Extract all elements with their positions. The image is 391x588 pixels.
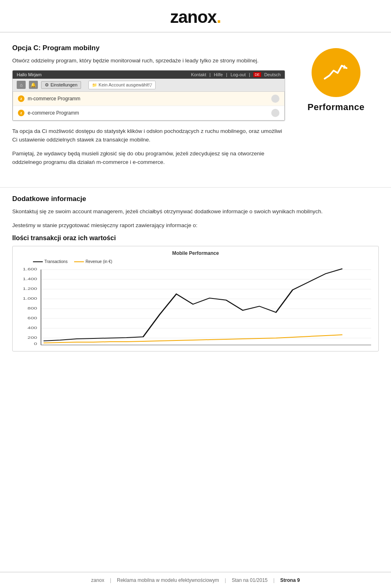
performance-circle xyxy=(312,48,360,97)
svg-text:1.200: 1.200 xyxy=(23,287,37,291)
chart-svg: 1.600 1.400 1.200 1.000 800 600 400 200 … xyxy=(17,265,374,347)
dropdown-label-mcommerce: m-commerce Programm xyxy=(28,96,80,102)
svg-text:Feb: Feb xyxy=(56,346,65,347)
performance-badge: Performance xyxy=(308,48,365,113)
settings-label: Einstellungen xyxy=(51,82,77,87)
person-icon-1 xyxy=(271,95,279,103)
svg-text:Jan: Jan xyxy=(239,346,247,347)
additional-info-section: Dodatkowe informacje Skontaktuj się ze s… xyxy=(0,195,391,230)
chart-section: Ilości transakcji oraz ich wartości Mobi… xyxy=(0,234,391,360)
page-footer: zanox | Reklama mobilna w modelu efektyw… xyxy=(0,572,391,588)
chart-container: Mobile Performance Transactions Revenue … xyxy=(12,246,379,351)
chart-title: Mobile Performance xyxy=(17,250,374,256)
footer-text2: Stan na 01/2015 xyxy=(232,577,268,583)
svg-text:Mrz: Mrz xyxy=(72,346,81,347)
ui-toolbar: ⌂ 🔔 ⚙ Einstellungen 📁 Kein Account ausge… xyxy=(13,79,285,92)
footer-page: Strona 9 xyxy=(280,577,300,583)
home-icon[interactable]: ⌂ xyxy=(17,81,26,89)
section-c-heading: Opcja C: Program mobilny xyxy=(12,44,285,52)
account-dropdown[interactable]: 📁 Kein Account ausgewählt ▽ xyxy=(88,81,156,89)
svg-text:Jun: Jun xyxy=(322,346,330,347)
logo-text: zanox xyxy=(170,7,217,27)
person-icon-2 xyxy=(271,109,279,117)
svg-text:600: 600 xyxy=(28,316,37,321)
additional-info-desc1: Skontaktuj się ze swoim account managere… xyxy=(12,207,379,216)
section-c-desc2: Pamiętaj, że wydawcy będą musieli zgłosi… xyxy=(12,149,285,167)
page-header: zanox. xyxy=(0,0,391,33)
performance-label: Performance xyxy=(308,102,365,113)
additional-info-heading: Dodatkowe informacje xyxy=(12,195,379,203)
dropdown-item-mcommerce[interactable]: z m-commerce Programm xyxy=(13,92,284,106)
svg-text:Apr: Apr xyxy=(89,346,97,347)
right-column: Performance xyxy=(293,44,379,172)
svg-text:Mai: Mai xyxy=(305,346,313,347)
svg-text:Nov: Nov xyxy=(205,346,214,347)
svg-text:0: 0 xyxy=(34,342,37,346)
section-c-desc1: Ta opcja da Ci możliwość dostępu do stat… xyxy=(12,127,285,144)
logo: zanox. xyxy=(170,7,221,27)
svg-text:Jul: Jul xyxy=(140,346,146,347)
svg-text:Apr: Apr xyxy=(289,346,297,347)
legend-transactions: Transactions xyxy=(33,259,68,264)
main-content: Opcja C: Program mobilny Otwórz oddzieln… xyxy=(0,33,391,180)
chart-line-icon xyxy=(324,62,348,83)
ui-topbar: Hallo Mirjam Kontakt | Hilfe | Log-out |… xyxy=(13,71,285,79)
logo-dot: . xyxy=(217,7,221,27)
transactions-line xyxy=(44,269,343,341)
folder-icon: 📁 xyxy=(92,83,97,87)
svg-text:1.400: 1.400 xyxy=(23,277,37,281)
ui-dropdown-area: z m-commerce Programm z e-commerce Progr… xyxy=(13,92,285,121)
legend-label-revenue: Revenue (in €) xyxy=(86,259,112,264)
svg-text:400: 400 xyxy=(28,326,37,330)
footer-text1: Reklama mobilna w modelu efektywnościowy… xyxy=(117,577,219,583)
svg-text:Feb: Feb xyxy=(255,346,264,347)
chevron-down-icon: ▽ xyxy=(149,82,152,88)
chart-area: 1.600 1.400 1.200 1.000 800 600 400 200 … xyxy=(17,265,374,347)
svg-text:200: 200 xyxy=(28,336,37,340)
ui-topbar-greeting: Hallo Mirjam xyxy=(17,72,42,77)
section-c-intro: Otwórz oddzielny program, który będzie m… xyxy=(12,56,285,65)
z-badge-2: z xyxy=(18,110,24,116)
chart-section-heading: Ilości transakcji oraz ich wartości xyxy=(12,234,379,242)
svg-text:Sep: Sep xyxy=(172,346,181,347)
topbar-link-hilfe[interactable]: Hilfe xyxy=(214,72,223,77)
gear-icon: ⚙ xyxy=(45,82,49,88)
svg-text:800: 800 xyxy=(28,306,37,311)
dropdown-item-ecommerce[interactable]: z e-commerce Programm xyxy=(13,106,284,120)
svg-text:Okt: Okt xyxy=(189,346,197,347)
divider-1 xyxy=(0,187,391,188)
svg-text:Mrz: Mrz xyxy=(272,346,280,347)
lang-flag: DE xyxy=(253,72,261,77)
legend-revenue: Revenue (in €) xyxy=(74,259,112,264)
svg-text:Jun: Jun xyxy=(123,346,131,347)
ui-mockup: Hallo Mirjam Kontakt | Hilfe | Log-out |… xyxy=(12,70,285,121)
legend-label-transactions: Transactions xyxy=(44,259,68,264)
dropdown-label-ecommerce: e-commerce Programm xyxy=(28,110,79,116)
topbar-lang[interactable]: Deutsch xyxy=(264,72,281,77)
svg-text:Mai: Mai xyxy=(106,346,114,347)
additional-info-desc2: Jesteśmy w stanie przygotować miesięczny… xyxy=(12,221,379,230)
bell-icon[interactable]: 🔔 xyxy=(29,81,38,89)
svg-text:Dez: Dez xyxy=(222,346,231,347)
svg-text:1.000: 1.000 xyxy=(23,296,37,301)
left-column: Opcja C: Program mobilny Otwórz oddzieln… xyxy=(12,44,293,172)
svg-text:Aug: Aug xyxy=(155,346,164,347)
z-badge-1: z xyxy=(18,95,24,102)
account-placeholder: Kein Account ausgewählt xyxy=(99,82,149,87)
legend-line-transactions xyxy=(33,261,43,262)
legend-line-revenue xyxy=(74,261,84,262)
footer-company: zanox xyxy=(91,577,104,583)
topbar-link-kontakt[interactable]: Kontakt xyxy=(191,72,206,77)
topbar-link-logout[interactable]: Log-out xyxy=(231,72,246,77)
svg-text:1.600: 1.600 xyxy=(23,267,37,272)
ui-topbar-links: Kontakt | Hilfe | Log-out | DE Deutsch xyxy=(191,72,281,77)
chart-legend: Transactions Revenue (in €) xyxy=(33,259,374,264)
svg-text:Jan: Jan xyxy=(40,346,48,347)
settings-button[interactable]: ⚙ Einstellungen xyxy=(41,81,81,89)
svg-text:Jul: Jul xyxy=(339,346,346,347)
